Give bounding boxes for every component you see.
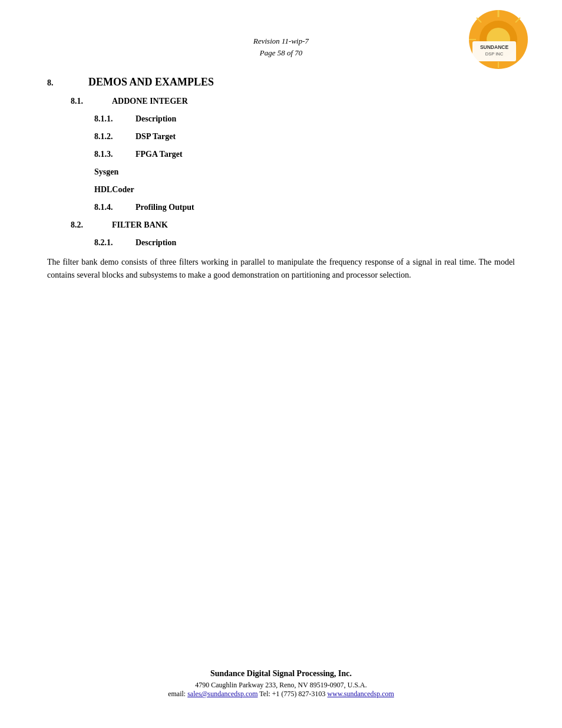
page-header: Revision 11-wip-7 Page 58 of 70 bbox=[47, 35, 515, 58]
section-8-1-2-row: 8.1.2. DSP Target bbox=[94, 132, 515, 141]
section-8-1-3-label: FPGA Target bbox=[135, 150, 183, 159]
page-number-line: Page 58 of 70 bbox=[47, 47, 515, 59]
content-area: 8. DEMOS AND EXAMPLES 8.1. ADDONE INTEGE… bbox=[47, 76, 515, 282]
footer-company-name: Sundance Digital Signal Processing, Inc. bbox=[0, 669, 562, 678]
section-8-1-2-label: DSP Target bbox=[135, 132, 176, 141]
section-8-2-1-row: 8.2.1. Description bbox=[94, 238, 515, 248]
website-link[interactable]: www.sundancedsp.com bbox=[328, 690, 394, 698]
filter-bank-description: The filter bank demo consists of three f… bbox=[47, 256, 515, 282]
section-8-1-number: 8.1. bbox=[71, 97, 112, 106]
section-8-1-4-number: 8.1.4. bbox=[94, 203, 135, 212]
section-8-1-sub: 8.1.1. Description 8.1.2. DSP Target 8.1… bbox=[71, 114, 515, 212]
footer-address: 4790 Caughlin Parkway 233, Reno, NV 8951… bbox=[0, 681, 562, 690]
sysgen-label: Sysgen bbox=[94, 167, 515, 177]
section-8-1-4-row: 8.1.4. Profiling Output bbox=[94, 203, 515, 212]
svg-text:SUNDANCE: SUNDANCE bbox=[480, 44, 509, 50]
section-8-2-sub: 8.2.1. Description bbox=[71, 238, 515, 248]
section-8-1-4-label: Profiling Output bbox=[135, 203, 194, 212]
section-8-2-1-number: 8.2.1. bbox=[94, 238, 135, 248]
section-8-1: 8.1. ADDONE INTEGER 8.1.1. Description 8… bbox=[47, 97, 515, 248]
section-8-1-2-number: 8.1.2. bbox=[94, 132, 135, 141]
hdlcoder-label: HDLCoder bbox=[94, 185, 515, 195]
page: SUNDANCE DSP INC Revision 11-wip-7 Page … bbox=[0, 0, 562, 728]
section-8-2-1-label: Description bbox=[135, 238, 176, 248]
section-8-title: 8. DEMOS AND EXAMPLES bbox=[47, 76, 515, 88]
section-8-number: 8. bbox=[47, 78, 88, 88]
section-8-1-1-number: 8.1.1. bbox=[94, 114, 135, 124]
section-8-label: DEMOS AND EXAMPLES bbox=[88, 76, 214, 88]
email-label: email: bbox=[168, 690, 187, 698]
page-footer: Sundance Digital Signal Processing, Inc.… bbox=[0, 669, 562, 699]
section-8-1-1-label: Description bbox=[135, 114, 176, 124]
section-8-1-label: ADDONE INTEGER bbox=[112, 97, 188, 106]
section-8-1-3-row: 8.1.3. FPGA Target bbox=[94, 150, 515, 159]
logo-container: SUNDANCE DSP INC bbox=[468, 9, 530, 73]
section-8-1-1-row: 8.1.1. Description bbox=[94, 114, 515, 124]
section-8-1-row: 8.1. ADDONE INTEGER bbox=[71, 97, 515, 106]
sundance-logo: SUNDANCE DSP INC bbox=[468, 9, 530, 71]
footer-contact: email: sales@sundancedsp.com Tel: +1 (77… bbox=[0, 690, 562, 699]
section-8-2-row: 8.2. FILTER BANK bbox=[71, 220, 515, 230]
section-8-1-3-number: 8.1.3. bbox=[94, 150, 135, 159]
revision-line: Revision 11-wip-7 bbox=[47, 35, 515, 47]
section-8-2-number: 8.2. bbox=[71, 220, 112, 230]
svg-text:DSP INC: DSP INC bbox=[485, 51, 504, 57]
email-link[interactable]: sales@sundancedsp.com bbox=[187, 690, 257, 698]
section-8-2-label: FILTER BANK bbox=[112, 220, 168, 230]
tel-label: Tel: +1 (775) 827-3103 bbox=[258, 690, 328, 698]
